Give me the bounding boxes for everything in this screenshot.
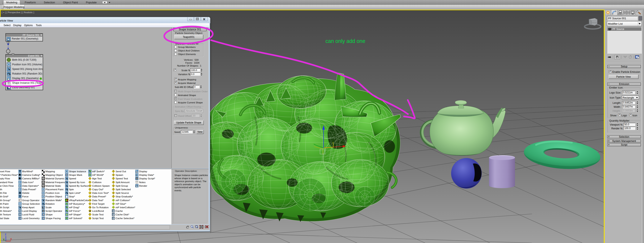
svg-text:01: 01 [136, 175, 138, 176]
svg-text:S: S [43, 210, 44, 212]
svg-text:FRONT: FRONT [592, 22, 597, 24]
svg-text:can only add one: can only add one [326, 38, 365, 44]
svg-text:01: 01 [19, 186, 20, 187]
svg-text:01: 01 [19, 182, 20, 184]
svg-text:S: S [136, 178, 138, 180]
svg-text:01: 01 [19, 189, 20, 191]
svg-text:10: 10 [89, 200, 91, 201]
svg-text:S: S [90, 217, 91, 219]
svg-text:x: x [10, 237, 12, 241]
svg-text:[ + ] [ Perspective ] [ Realis: [ + ] [ Perspective ] [ Realistic ] [2, 11, 34, 13]
svg-text:y: y [3, 237, 4, 241]
svg-text:z: z [5, 232, 6, 236]
svg-text:10: 10 [89, 196, 91, 198]
svg-text:10: 10 [89, 192, 91, 194]
